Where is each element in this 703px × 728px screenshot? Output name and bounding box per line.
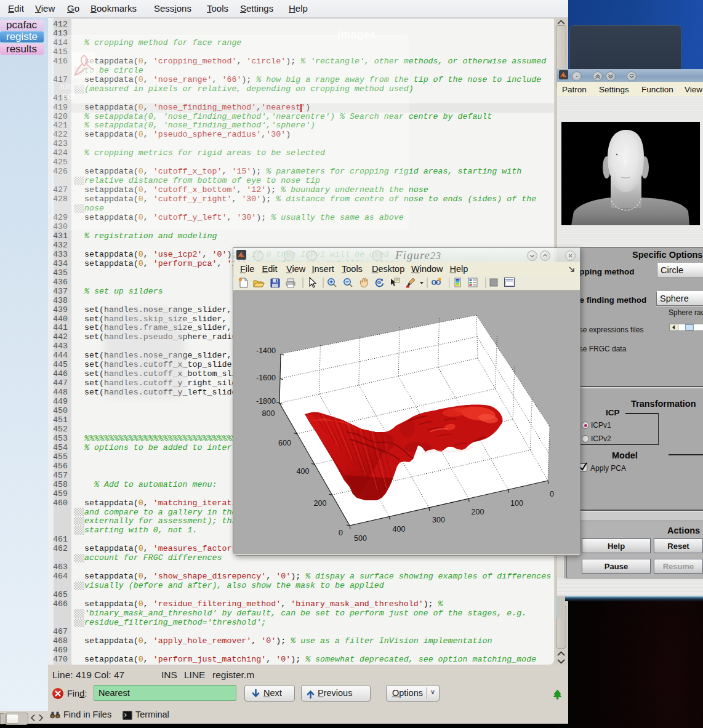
- svg-text:300: 300: [432, 516, 445, 524]
- svg-text:400: 400: [393, 525, 406, 534]
- svg-text:600: 600: [278, 439, 291, 447]
- svg-text:0: 0: [550, 490, 554, 498]
- svg-text:-1600: -1600: [256, 374, 276, 382]
- svg-text:800: 800: [262, 409, 275, 418]
- svg-text:-1800: -1800: [256, 397, 276, 406]
- svg-text:200: 200: [314, 499, 327, 508]
- svg-text:0: 0: [339, 529, 343, 537]
- svg-text:200: 200: [472, 508, 484, 516]
- svg-text:-1400: -1400: [256, 346, 276, 355]
- svg-text:100: 100: [510, 499, 523, 508]
- svg-text:500: 500: [354, 534, 367, 543]
- svg-text:400: 400: [297, 467, 310, 476]
